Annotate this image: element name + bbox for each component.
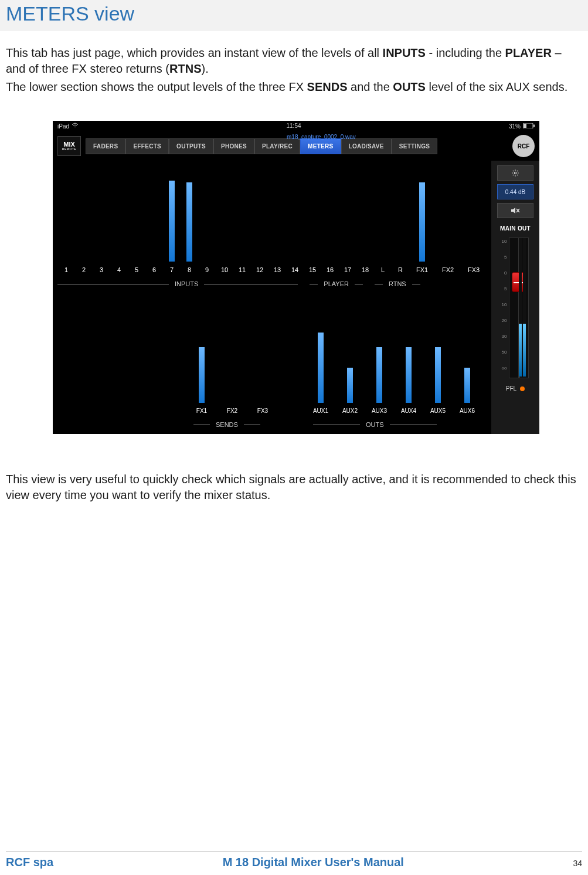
nav-tabs: FADERSEFFECTSOUTPUTSPHONESPLAY/RECMETERS… xyxy=(86,138,437,154)
meter-3: 3 xyxy=(93,156,110,273)
meter-fx2: FX2 xyxy=(435,156,461,273)
page-footer: RCF spa M 18 Digital Mixer User's Manual… xyxy=(0,852,588,869)
nav-tab-faders[interactable]: FADERS xyxy=(86,138,125,154)
meter-r: R xyxy=(392,156,409,273)
meter-12: 12 xyxy=(251,156,268,273)
meter-2: 2 xyxy=(75,156,93,273)
p2e: level of the six AUX sends. xyxy=(426,80,567,93)
p2c: and the xyxy=(348,80,393,93)
ipad-statusbar: iPad 11:54 31% xyxy=(53,121,539,131)
nav-tab-phones[interactable]: PHONES xyxy=(213,138,254,154)
p1d: PLAYER xyxy=(505,46,552,59)
p2d: OUTS xyxy=(393,80,426,93)
p1a: This tab has just page, which provides a… xyxy=(6,46,383,59)
group-rtns-label: RTNS xyxy=(383,280,412,287)
meter-6: 6 xyxy=(145,156,163,273)
nav-tab-playrec[interactable]: PLAY/REC xyxy=(254,138,300,154)
gain-button[interactable]: 0.44 dB xyxy=(497,184,533,199)
main-out-meters xyxy=(519,238,526,377)
meter-7: 7 xyxy=(163,156,181,273)
out-meter-aux2: AUX2 xyxy=(335,291,365,414)
group-inputs-label: INPUTS xyxy=(169,280,204,287)
nav-tab-settings[interactable]: SETTINGS xyxy=(392,138,437,154)
meter-8: 8 xyxy=(181,156,198,273)
main-out-fader[interactable] xyxy=(509,238,529,378)
footer-center: M 18 Digital Mixer User's Manual xyxy=(223,856,404,869)
meter-fx1: FX1 xyxy=(409,156,435,273)
send-meter-fx3: FX3 xyxy=(247,291,278,414)
group-sends-label: SENDS xyxy=(210,421,244,428)
nav-tab-loadsave[interactable]: LOAD/SAVE xyxy=(341,138,392,154)
p1c: - including the xyxy=(426,46,505,59)
send-meter-fx1: FX1 xyxy=(186,291,217,414)
meter-18: 18 xyxy=(356,156,374,273)
meter-fx3: FX3 xyxy=(461,156,487,273)
wifi-icon xyxy=(72,123,79,130)
settings-gear-button[interactable] xyxy=(497,165,533,181)
out-meter-aux3: AUX3 xyxy=(365,291,394,414)
speaker-mute-icon xyxy=(511,207,520,214)
meter-11: 11 xyxy=(233,156,251,273)
battery-icon xyxy=(523,123,535,130)
nav-tab-effects[interactable]: EFFECTS xyxy=(125,138,169,154)
out-meter-aux5: AUX5 xyxy=(423,291,453,414)
battery-pct: 31% xyxy=(509,123,521,130)
meter-l: L xyxy=(374,156,392,273)
mute-button[interactable] xyxy=(497,203,533,218)
device-label: iPad xyxy=(57,123,69,130)
meter-16: 16 xyxy=(321,156,339,273)
meter-17: 17 xyxy=(339,156,356,273)
meter-14: 14 xyxy=(286,156,304,273)
group-player-label: PLAYER xyxy=(318,280,355,287)
meter-13: 13 xyxy=(268,156,286,273)
p2a: The lower section shows the output level… xyxy=(6,80,307,93)
sends-meters-row: FX1FX2FX3 xyxy=(186,303,278,414)
outs-meters-row: AUX1AUX2AUX3AUX4AUX5AUX6 xyxy=(306,303,482,414)
upper-meters-row: 123456789101112131415161718LRFX1FX2FX3 xyxy=(57,168,487,273)
pfl-dot-icon xyxy=(520,386,525,391)
meter-1: 1 xyxy=(57,156,75,273)
footer-page-number: 34 xyxy=(573,859,582,868)
p1g: ). xyxy=(201,62,208,75)
page-title: METERS view xyxy=(6,2,582,25)
out-meter-aux4: AUX4 xyxy=(394,291,423,414)
out-meter-aux6: AUX6 xyxy=(453,291,482,414)
body-paragraph-3: This view is very useful to quickly chec… xyxy=(0,457,588,503)
fader-scale: 1050510203050oo xyxy=(502,238,507,371)
gear-icon xyxy=(511,169,519,177)
meter-10: 10 xyxy=(216,156,233,273)
footer-left: RCF spa xyxy=(6,856,53,869)
clock-time: 11:54 xyxy=(286,123,301,130)
p2b: SENDS xyxy=(307,80,348,93)
main-out-label: MAIN OUT xyxy=(500,225,531,232)
svg-rect-2 xyxy=(533,124,535,127)
sidebar: 0.44 dB MAIN OUT 1050510203050oo xyxy=(491,161,539,434)
meter-9: 9 xyxy=(198,156,216,273)
out-meter-aux1: AUX1 xyxy=(306,291,335,414)
p1f: RTNS xyxy=(169,62,201,75)
nav-tab-outputs[interactable]: OUTPUTS xyxy=(169,138,213,154)
p1b: INPUTS xyxy=(383,46,426,59)
app-logo: MIX REMOTE xyxy=(57,136,81,156)
pfl-indicator: PFL xyxy=(506,385,525,392)
app-screenshot: iPad 11:54 31% m18_capture_0002_0.wav MI… xyxy=(53,121,539,434)
send-meter-fx2: FX2 xyxy=(217,291,247,414)
svg-rect-1 xyxy=(524,124,526,128)
brand-logo: RCF xyxy=(512,135,535,157)
meter-5: 5 xyxy=(128,156,145,273)
group-outs-label: OUTS xyxy=(360,421,390,428)
filename-label: m18_capture_0002_0.wav xyxy=(287,134,356,140)
svg-point-3 xyxy=(514,172,516,174)
body-paragraphs: This tab has just page, which provides a… xyxy=(0,31,588,95)
nav-tab-meters[interactable]: METERS xyxy=(300,138,341,154)
meter-15: 15 xyxy=(304,156,321,273)
meter-4: 4 xyxy=(110,156,128,273)
